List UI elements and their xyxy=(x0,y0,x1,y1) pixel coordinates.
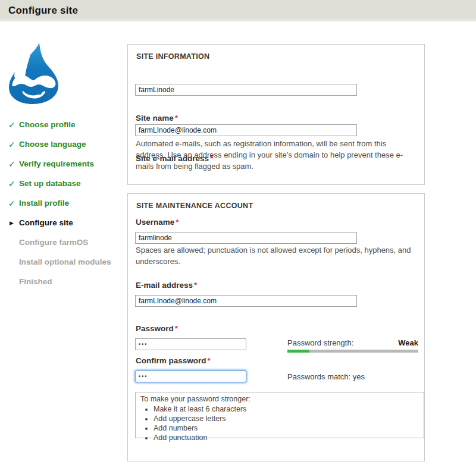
site-email-input[interactable] xyxy=(135,124,357,136)
site-name-label: Site name* xyxy=(136,114,178,122)
task-configure-site-current: ▶ Configure site xyxy=(8,213,124,232)
password-label: Password* xyxy=(136,324,178,333)
password-suggestions-box: To make your password stronger: Make it … xyxy=(135,392,424,438)
password-strength-level: Weak xyxy=(398,338,418,347)
password-strength-indicator: Password strength: Weak xyxy=(287,338,418,353)
password-suggestion-item: Add uppercase letters xyxy=(154,414,419,423)
password-strength-fill xyxy=(287,350,309,353)
account-email-input[interactable] xyxy=(135,295,357,307)
password-strength-bar xyxy=(287,350,418,353)
password-input[interactable] xyxy=(135,338,246,350)
task-set-up-database: ✓ Set up database xyxy=(8,174,124,193)
check-icon: ✓ xyxy=(8,159,19,169)
check-icon: ✓ xyxy=(8,199,19,208)
task-install-optional-modules: Install optional modules xyxy=(8,252,124,272)
configure-site-page: { "header": { "title": "Configure site" … xyxy=(0,0,476,465)
username-help: Spaces are allowed; punctuation is not a… xyxy=(136,245,416,268)
task-choose-profile: ✓ Choose profile xyxy=(8,115,124,134)
password-suggestion-item: Add punctuation xyxy=(154,433,419,442)
task-verify-requirements: ✓ Verify requirements xyxy=(8,154,124,174)
task-label: Install profile xyxy=(19,199,69,208)
page-header: Configure site xyxy=(0,0,476,21)
task-label: Choose profile xyxy=(19,120,76,129)
task-configure-farmos: Configure farmOS xyxy=(8,232,124,252)
required-asterisk: * xyxy=(174,218,178,227)
drupal-logo-icon xyxy=(5,42,61,105)
task-label: Choose language xyxy=(19,140,86,149)
task-label: Configure site xyxy=(19,218,73,227)
site-information-legend: SITE INFORMATION xyxy=(136,52,209,61)
check-icon: ✓ xyxy=(8,179,19,188)
required-asterisk: * xyxy=(174,114,178,122)
site-maintenance-legend: SITE MAINTENANCE ACCOUNT xyxy=(136,202,253,210)
password-suggestion-item: Make it at least 6 characters xyxy=(154,404,419,414)
password-suggestion-item: Add numbers xyxy=(154,423,419,433)
task-label: Verify requirements xyxy=(19,159,94,168)
site-information-fieldset: SITE INFORMATION Site name* Site e-mail … xyxy=(127,44,425,185)
password-suggestions-list: Make it at least 6 charactersAdd upperca… xyxy=(154,404,419,442)
task-label: Configure farmOS xyxy=(19,238,88,247)
site-name-input[interactable] xyxy=(135,84,357,96)
task-label: Install optional modules xyxy=(19,257,111,266)
task-label: Finished xyxy=(19,277,52,286)
check-icon: ✓ xyxy=(8,120,19,130)
username-input[interactable] xyxy=(135,232,357,244)
required-asterisk: * xyxy=(193,281,197,290)
required-asterisk: * xyxy=(174,324,178,333)
site-email-help: Automated e-mails, such as registration … xyxy=(136,139,416,172)
confirm-password-label: Confirm password* xyxy=(136,356,211,365)
task-choose-language: ✓ Choose language xyxy=(8,134,124,154)
site-maintenance-account-fieldset: SITE MAINTENANCE ACCOUNT Username* Space… xyxy=(127,193,425,461)
task-finished: Finished xyxy=(8,272,124,291)
passwords-match-status: Passwords match: yes xyxy=(287,372,365,381)
page-title: Configure site xyxy=(0,0,476,17)
task-label: Set up database xyxy=(19,179,81,188)
password-strength-label: Password strength: xyxy=(287,338,353,347)
task-install-profile: ✓ Install profile xyxy=(8,193,124,213)
account-email-label: E-mail address* xyxy=(136,281,197,290)
password-suggestions-title: To make your password stronger: xyxy=(140,395,419,403)
arrow-right-icon: ▶ xyxy=(8,220,19,226)
username-label: Username* xyxy=(136,218,179,227)
confirm-password-input[interactable] xyxy=(135,370,246,382)
install-task-list: ✓ Choose profile ✓ Choose language ✓ Ver… xyxy=(8,115,124,291)
check-icon: ✓ xyxy=(8,140,19,149)
required-asterisk: * xyxy=(206,356,211,365)
